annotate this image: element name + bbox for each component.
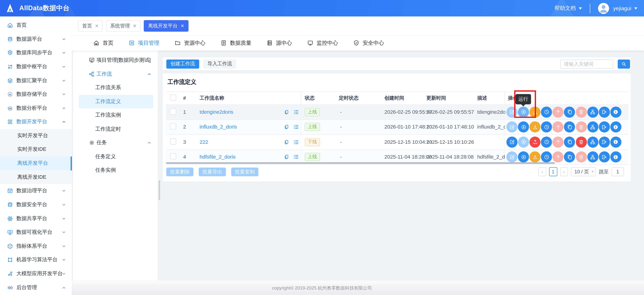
offline-button[interactable] [530,106,540,118]
task-list-icon[interactable] [293,139,299,145]
search-input[interactable] [560,60,613,68]
sidebar-item-数据分析平台[interactable]: 数据分析平台 [0,101,72,115]
sidebar-item-数据汇聚平台[interactable]: 数据汇聚平台 [0,74,72,88]
project-menu-工作流定义[interactable]: 工作流定义 [79,95,153,108]
delete-button[interactable] [576,152,587,162]
publish-button[interactable] [552,106,564,118]
row-checkbox[interactable] [170,138,176,144]
sidebar-item-机器学习算法平台[interactable]: 机器学习算法平台 [0,253,72,267]
export-button[interactable] [599,152,610,162]
copy-name-icon[interactable] [284,139,289,144]
run-button[interactable] [518,122,529,132]
dag-button[interactable] [587,152,598,162]
nav-item-首页[interactable]: 首页 [93,39,114,46]
project-menu-工作流实例[interactable]: 工作流实例 [79,108,153,122]
nav-item-项目管理[interactable]: 项目管理 [128,39,159,46]
project-menu-工作流[interactable]: 工作流 [73,67,158,81]
copy-button[interactable] [564,106,575,118]
page-1-button[interactable]: 1 [549,167,557,176]
dag-button[interactable] [587,122,598,132]
copy-name-icon[interactable] [284,154,289,160]
search-button[interactable] [618,60,630,68]
info-button[interactable] [610,106,621,118]
sidebar-item-数据开发平台[interactable]: 数据开发平台 [0,115,72,129]
sidebar-item-数据可视化平台[interactable]: BI数据可视化平台 [0,226,72,239]
user-menu[interactable]: yejiagui [609,5,638,11]
project-menu-任务[interactable]: 任务 [73,136,158,150]
copy-name-icon[interactable] [284,110,289,115]
tab-首页[interactable]: 首页✕ [78,20,103,32]
delete-button[interactable] [576,136,587,148]
nav-item-监控中心[interactable]: 监控中心 [307,39,338,46]
nav-item-源中心[interactable]: 源中心 [266,39,292,46]
edit-button[interactable] [506,122,518,132]
task-list-icon[interactable] [293,124,299,130]
sidebar-subitem-实时开发IDE[interactable]: 实时开发IDE [0,142,72,156]
sidebar-item-数据库同步平台[interactable]: 数据库同步平台 [0,46,72,60]
batch-button-批量复制[interactable]: 批量复制 [231,168,258,176]
sidebar-item-数据治理平台[interactable]: 数据治理平台 [0,184,72,198]
prev-page-button[interactable]: ‹ [538,167,546,176]
online-button[interactable] [530,136,540,148]
schedule-button[interactable] [541,136,552,148]
edit-button[interactable] [506,106,518,118]
sidebar-item-数据中枢平台[interactable]: 数据中枢平台 [0,60,72,74]
tab-离线开发平台[interactable]: 离线开发平台✕ [144,20,188,32]
workflow-name-link[interactable]: 222 [200,139,208,145]
create-workflow-button[interactable]: 创建工作流 [166,59,199,68]
sidebar-item-数据源平台[interactable]: 数据源平台 [0,32,72,46]
vertical-scrollbar[interactable] [158,180,160,200]
delete-button[interactable] [576,106,587,118]
row-checkbox[interactable] [170,123,176,130]
dag-button[interactable] [587,106,598,118]
task-list-icon[interactable] [293,109,299,115]
sidebar-subitem-实时开发平台[interactable]: 实时开发平台 [0,129,72,142]
sidebar-subitem-离线开发平台[interactable]: 离线开发平台 [0,156,72,170]
select-all-checkbox[interactable] [170,94,176,101]
workflow-name-link[interactable]: hdfsfile_2_doris [200,154,236,160]
sidebar-subitem-离线开发IDE[interactable]: 离线开发IDE [0,170,72,184]
batch-button-批量删除[interactable]: 批量删除 [166,168,194,176]
sidebar-item-数据存储平台[interactable]: 数据存储平台 [0,88,72,101]
export-button[interactable] [599,106,610,118]
avatar[interactable] [598,3,609,14]
sidebar-item-大模型应用开发平台[interactable]: 大模型应用开发平台 [0,267,72,280]
project-menu-工作流定时[interactable]: 工作流定时 [79,122,153,136]
row-checkbox[interactable] [170,108,176,114]
row-checkbox[interactable] [170,153,176,160]
publish-button[interactable] [552,136,564,148]
jump-page-input[interactable] [612,167,624,176]
schedule-button[interactable] [541,122,552,132]
sidebar-item-首页[interactable]: 首页 [0,18,72,32]
copy-button[interactable] [564,152,575,162]
nav-item-安全中心[interactable]: 安全中心 [353,39,384,46]
sidebar-item-后台管理[interactable]: 后台管理 [0,280,72,294]
sidebar-item-指标体系平台[interactable]: 指标体系平台 [0,239,72,253]
run-button[interactable] [518,152,529,162]
info-button[interactable] [610,152,621,162]
publish-button[interactable] [552,152,564,162]
copy-button[interactable] [564,136,575,148]
close-icon[interactable]: ✕ [95,24,98,28]
copy-button[interactable] [564,122,575,132]
offline-button[interactable] [530,152,540,162]
task-list-icon[interactable] [293,154,299,160]
nav-item-资源中心[interactable]: 资源中心 [174,39,205,46]
page-size-select[interactable]: 10 / 页 [571,167,596,176]
import-workflow-button[interactable]: 导入工作流 [203,59,236,68]
nav-item-数据质量[interactable]: 数据质量 [220,39,251,46]
sidebar-item-数据共享平台[interactable]: 数据共享平台 [0,212,72,226]
project-menu-项目管理[数据同步测试][interactable]: 项目管理[数据同步测试] [73,53,158,67]
delete-button[interactable] [576,122,587,132]
schedule-button[interactable] [541,106,552,118]
offline-button[interactable] [530,122,540,132]
batch-button-批量导出[interactable]: 批量导出 [199,168,226,176]
close-icon[interactable]: ✕ [180,24,184,28]
export-button[interactable] [599,122,610,132]
next-page-button[interactable]: › [560,167,568,176]
close-icon[interactable]: ✕ [133,24,136,28]
info-button[interactable] [610,136,621,148]
project-menu-工作流关系[interactable]: 工作流关系 [79,81,153,95]
tab-系统管理[interactable]: 系统管理✕ [106,20,141,32]
project-menu-任务定义[interactable]: 任务定义 [79,150,153,164]
